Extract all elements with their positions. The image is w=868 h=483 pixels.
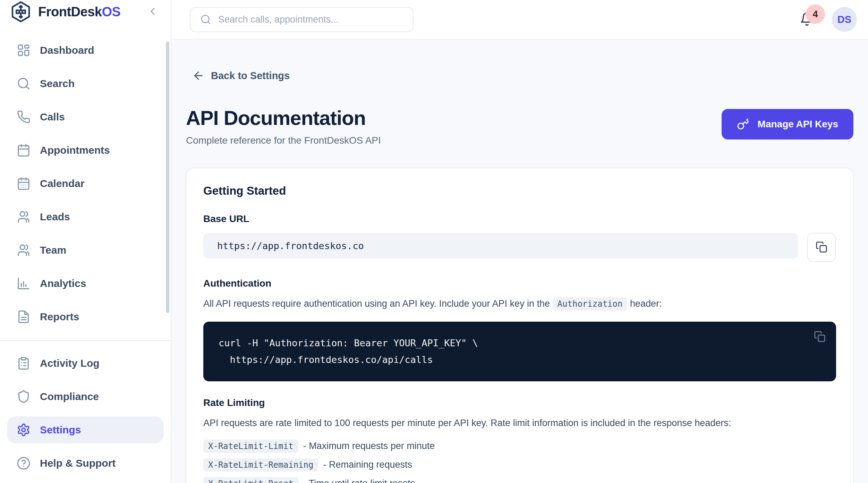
sidebar-item-label: Calls	[40, 111, 65, 123]
rate-limiting-heading: Rate Limiting	[203, 397, 836, 408]
base-url-heading: Base URL	[203, 213, 836, 224]
inline-code-authorization: Authorization	[553, 297, 628, 311]
base-url-value: https://app.frontdeskos.co	[217, 240, 364, 251]
getting-started-card: Getting Started Base URL https://app.fro…	[186, 168, 853, 483]
chevron-left-icon	[147, 6, 159, 18]
sidebar-item-team[interactable]: Team	[7, 237, 164, 264]
rate-limit-header-code: X-RateLimit-Remaining	[203, 458, 318, 472]
search-icon	[200, 14, 211, 25]
sidebar-scrollbar[interactable]	[166, 42, 169, 313]
users-icon	[17, 210, 31, 224]
header-actions: 4 DS	[797, 7, 857, 32]
authentication-heading: Authentication	[203, 278, 836, 289]
sidebar-nav-secondary: Activity Log Compliance Settings Help & …	[0, 350, 171, 483]
sidebar-item-settings[interactable]: Settings	[7, 416, 164, 443]
clipboard-list-icon	[17, 356, 31, 370]
notification-badge: 4	[806, 5, 825, 24]
sidebar-item-label: Reports	[40, 311, 79, 323]
search-input[interactable]	[218, 14, 403, 25]
rate-limit-header-desc: - Remaining requests	[323, 459, 412, 470]
sidebar-item-label: Team	[40, 244, 66, 256]
global-search-box[interactable]	[190, 7, 414, 32]
sidebar-item-label: Leads	[40, 211, 70, 223]
sidebar-item-analytics[interactable]: Analytics	[7, 270, 164, 297]
help-circle-icon	[17, 456, 31, 470]
back-to-settings-link[interactable]: Back to Settings	[192, 69, 290, 82]
sidebar-logo-row: FrontDeskOS	[0, 0, 171, 24]
manage-api-keys-button[interactable]: Manage API Keys	[722, 109, 853, 139]
copy-base-url-button[interactable]	[807, 233, 836, 262]
sidebar-item-label: Settings	[40, 424, 81, 436]
sidebar-divider	[0, 340, 171, 341]
sidebar-item-activity-log[interactable]: Activity Log	[7, 350, 164, 377]
rate-limit-header-list: X-RateLimit-Limit - Maximum requests per…	[203, 440, 836, 483]
sidebar-item-calendar[interactable]: Calendar	[7, 170, 164, 197]
page-subtitle: Complete reference for the FrontDeskOS A…	[186, 135, 381, 146]
rate-limit-item: X-RateLimit-Remaining - Remaining reques…	[203, 458, 836, 472]
sidebar-item-appointments[interactable]: Appointments	[7, 137, 164, 164]
rate-limit-item: X-RateLimit-Limit - Maximum requests per…	[203, 440, 836, 453]
dashboard-icon	[17, 43, 31, 57]
rate-limit-header-desc: - Time until rate limit resets	[303, 478, 415, 483]
base-url-row: https://app.frontdeskos.co	[203, 233, 836, 262]
back-link-label: Back to Settings	[211, 70, 290, 82]
frontdeskos-logo-icon	[10, 1, 32, 23]
page-title-row: API Documentation Complete reference for…	[186, 106, 853, 146]
sidebar-item-label: Activity Log	[40, 357, 100, 369]
gear-icon	[17, 423, 31, 437]
main-column: 4 DS Back to Settings API Documentation …	[171, 0, 868, 483]
copy-icon	[814, 338, 826, 344]
calendar-days-icon	[17, 177, 31, 190]
brand-name: FrontDeskOS	[38, 5, 120, 19]
rate-limit-header-code: X-RateLimit-Limit	[203, 440, 298, 453]
sidebar-item-label: Compliance	[40, 391, 99, 402]
curl-code-block: curl -H "Authorization: Bearer YOUR_API_…	[203, 322, 836, 381]
sidebar-nav-primary: Dashboard Search Calls Appointments Cale…	[0, 24, 171, 337]
sidebar-item-help-support[interactable]: Help & Support	[7, 450, 164, 477]
users-icon	[17, 243, 31, 257]
sidebar-item-compliance[interactable]: Compliance	[7, 383, 164, 410]
manage-api-keys-label: Manage API Keys	[758, 119, 838, 130]
file-text-icon	[17, 310, 31, 324]
bar-chart-icon	[17, 277, 31, 290]
sidebar-item-label: Dashboard	[40, 44, 94, 56]
page-content: Back to Settings API Documentation Compl…	[171, 40, 868, 483]
sidebar-item-calls[interactable]: Calls	[7, 103, 164, 130]
sidebar-item-reports[interactable]: Reports	[7, 303, 164, 330]
app-window: FrontDeskOS Dashboard Search Calls Appoi…	[0, 0, 868, 483]
sidebar-item-label: Help & Support	[40, 457, 116, 469]
copy-icon	[816, 241, 827, 254]
key-icon	[737, 118, 749, 130]
notifications-button[interactable]: 4	[797, 7, 817, 32]
page-title: API Documentation	[186, 106, 381, 129]
code-line-2: https://app.frontdeskos.co/api/calls	[219, 351, 821, 368]
sidebar-item-label: Calendar	[40, 178, 84, 189]
base-url-value-box: https://app.frontdeskos.co	[203, 233, 798, 259]
sidebar-item-label: Analytics	[40, 278, 86, 289]
authentication-body: All API requests require authentication …	[203, 297, 836, 311]
arrow-left-icon	[192, 69, 205, 82]
rate-limit-item: X-RateLimit-Reset - Time until rate limi…	[203, 477, 836, 483]
phone-icon	[17, 110, 31, 124]
user-avatar[interactable]: DS	[832, 7, 857, 32]
sidebar-item-label: Search	[40, 78, 75, 90]
sidebar-item-label: Appointments	[40, 144, 110, 156]
sidebar-item-leads[interactable]: Leads	[7, 203, 164, 230]
rate-limit-header-desc: - Maximum requests per minute	[303, 441, 435, 451]
sidebar: FrontDeskOS Dashboard Search Calls Appoi…	[0, 0, 171, 483]
section-title: Getting Started	[203, 184, 836, 197]
top-header: 4 DS	[171, 0, 868, 40]
rate-limit-header-code: X-RateLimit-Reset	[203, 477, 298, 483]
auth-body-before: All API requests require authentication …	[203, 298, 553, 309]
sidebar-item-search[interactable]: Search	[7, 70, 164, 97]
auth-body-after: header:	[627, 298, 662, 309]
calendar-icon	[17, 143, 31, 157]
search-icon	[17, 77, 31, 91]
shield-icon	[17, 390, 31, 404]
code-line-1: curl -H "Authorization: Bearer YOUR_API_…	[219, 335, 821, 351]
copy-code-button[interactable]	[814, 331, 826, 344]
sidebar-collapse-button[interactable]	[145, 4, 160, 19]
rate-limiting-body: API requests are rate limited to 100 req…	[203, 416, 836, 431]
sidebar-item-dashboard[interactable]: Dashboard	[7, 37, 164, 64]
